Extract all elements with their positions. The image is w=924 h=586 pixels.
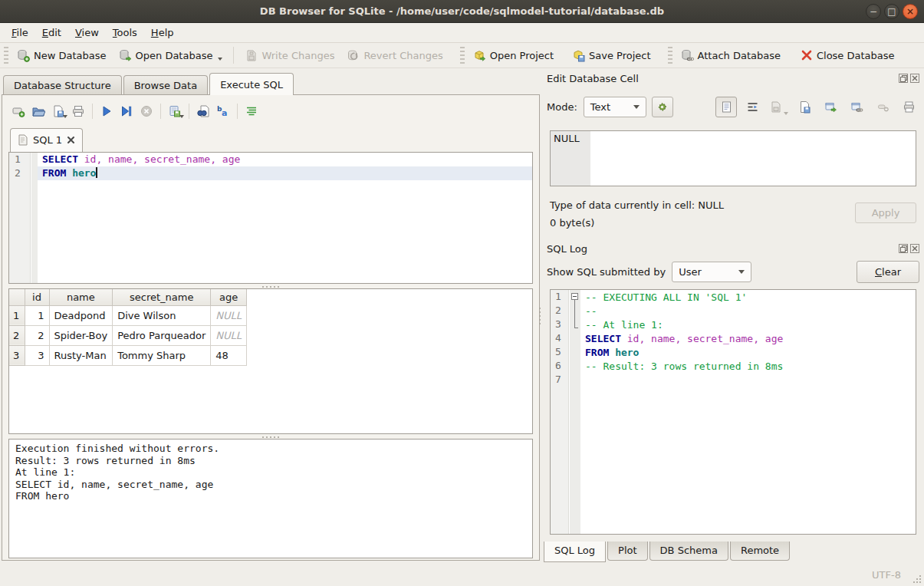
copy-link-button[interactable]	[846, 97, 867, 117]
auto-format-button[interactable]: ba	[213, 101, 233, 121]
close-database-label: Close Database	[817, 50, 895, 61]
toolbar-grip[interactable]	[668, 47, 672, 64]
find-replace-button[interactable]	[193, 101, 213, 121]
sql-editor[interactable]: 1 2 SELECT id, name, secret_name, age FR…	[8, 152, 533, 284]
close-tab-icon[interactable]	[67, 136, 75, 144]
print-sql-button[interactable]	[68, 101, 88, 121]
encoding-indicator[interactable]: UTF-8	[872, 569, 901, 581]
export-data-icon	[798, 100, 811, 114]
results-grid[interactable]: id name secret_name age 1 1 Deadpond Div…	[8, 288, 533, 434]
sql-log-view[interactable]: 1 2 3 4 5 6 7 -- EXECUTING ALL IN 'SQL 1…	[550, 289, 916, 535]
new-tab-button[interactable]	[8, 101, 28, 121]
log-line: SELECT id, name, secret_name, age	[580, 332, 916, 346]
cell-secret-name[interactable]: Dive Wilson	[113, 305, 211, 325]
open-project-button[interactable]: Open Project	[467, 45, 560, 66]
attach-database-label: Attach Database	[698, 50, 781, 61]
filter-label: Show SQL submitted by	[547, 266, 666, 278]
tab-database-structure[interactable]: Database Structure	[3, 75, 122, 95]
close-dock-button[interactable]	[910, 74, 919, 83]
close-database-button[interactable]: Close Database	[794, 45, 901, 65]
column-header-age[interactable]: age	[211, 289, 247, 305]
tab-plot[interactable]: Plot	[607, 542, 648, 561]
toolbar-grip[interactable]	[460, 47, 465, 64]
print-icon	[903, 100, 916, 114]
menu-help[interactable]: Help	[144, 25, 181, 41]
cell-id[interactable]: 2	[25, 325, 49, 345]
toggle-comment-icon	[245, 104, 258, 118]
attach-database-button[interactable]: Attach Database	[675, 45, 787, 66]
new-database-icon	[17, 49, 30, 62]
write-changes-icon	[245, 49, 258, 62]
minimize-button[interactable]: −	[866, 4, 881, 19]
submitted-by-value: User	[679, 266, 702, 278]
table-row: 2 2 Spider-Boy Pedro Parqueador NULL	[9, 325, 247, 345]
maximize-button[interactable]: □	[884, 4, 899, 19]
open-database-button[interactable]: Open Database	[113, 45, 229, 66]
text-mode-button[interactable]	[715, 97, 737, 117]
tab-execute-sql[interactable]: Execute SQL	[209, 73, 294, 95]
cell-value-editor[interactable]: NULL	[550, 130, 916, 186]
row-number-cell[interactable]: 1	[9, 305, 25, 325]
execute-all-button[interactable]	[97, 101, 117, 121]
corner-header-cell[interactable]	[9, 289, 25, 305]
tab-remote[interactable]: Remote	[730, 542, 790, 561]
open-project-label: Open Project	[490, 50, 554, 61]
edit-cell-title: Edit Database Cell	[547, 73, 899, 84]
word-wrap-button[interactable]	[742, 97, 763, 117]
row-number-cell[interactable]: 2	[9, 325, 25, 345]
close-dock-button[interactable]	[910, 244, 919, 253]
auto-format-icon: ba	[216, 104, 230, 118]
cell-name[interactable]: Deadpond	[49, 305, 113, 325]
new-database-button[interactable]: New Database	[11, 45, 113, 66]
cell-id[interactable]: 3	[25, 345, 49, 365]
editor-code-area[interactable]: SELECT id, name, secret_name, age FROM h…	[38, 153, 532, 283]
float-dock-button[interactable]	[899, 74, 908, 83]
execute-current-line-button[interactable]	[117, 101, 136, 121]
save-project-button[interactable]: Save Project	[566, 45, 657, 66]
float-dock-button[interactable]	[899, 244, 908, 253]
cell-id[interactable]: 1	[25, 305, 49, 325]
print-cell-button[interactable]	[898, 97, 919, 117]
cell-name[interactable]: Rusty-Man	[49, 345, 113, 365]
cell-age[interactable]: NULL	[211, 325, 247, 345]
tab-browse-data[interactable]: Browse Data	[123, 75, 209, 95]
tab-db-schema[interactable]: DB Schema	[649, 542, 728, 561]
right-pane: Edit Database Cell Mode: Text	[542, 67, 924, 564]
fold-marker-icon[interactable]	[571, 293, 578, 300]
cell-age[interactable]: 48	[211, 345, 247, 365]
close-button[interactable]: ×	[903, 4, 918, 19]
cell-secret-name[interactable]: Tommy Sharp	[113, 345, 211, 365]
resize-grip[interactable]	[912, 574, 922, 584]
log-code-area[interactable]: -- EXECUTING ALL IN 'SQL 1' -- -- At lin…	[580, 290, 916, 534]
auto-switch-mode-button[interactable]	[652, 97, 673, 117]
toolbar-grip[interactable]	[4, 47, 8, 64]
menu-view[interactable]: View	[68, 25, 106, 41]
cell-secret-name[interactable]: Pedro Parqueador	[113, 325, 211, 345]
cell-name[interactable]: Spider-Boy	[49, 325, 113, 345]
save-results-button[interactable]	[165, 101, 185, 121]
export-data-button[interactable]	[794, 97, 815, 117]
menu-tools[interactable]: Tools	[106, 25, 144, 41]
menu-edit[interactable]: Edit	[35, 25, 68, 41]
column-header-secret-name[interactable]: secret_name	[113, 289, 211, 305]
save-sql-file-button[interactable]	[48, 101, 68, 121]
open-external-button[interactable]	[820, 97, 841, 117]
open-external-icon	[824, 100, 837, 114]
menu-file[interactable]: File	[5, 25, 35, 41]
clear-log-button[interactable]: Clear	[857, 261, 919, 283]
mode-select[interactable]: Text	[584, 97, 646, 117]
row-number-cell[interactable]: 3	[9, 345, 25, 365]
execution-message-area[interactable]: Execution finished without errors. Resul…	[8, 439, 533, 558]
toggle-comment-button[interactable]	[242, 101, 261, 121]
title-bar[interactable]: DB Browser for SQLite - /home/user/code/…	[0, 0, 924, 23]
column-header-name[interactable]: name	[49, 289, 113, 305]
save-sql-dropdown-icon	[63, 115, 67, 118]
submitted-by-select[interactable]: User	[672, 262, 751, 282]
sql-document-tab-bar: SQL 1	[10, 128, 83, 152]
cell-age[interactable]: NULL	[211, 305, 247, 325]
stop-icon	[140, 104, 153, 118]
sql-document-tab[interactable]: SQL 1	[10, 128, 83, 152]
open-sql-file-button[interactable]	[28, 101, 48, 121]
column-header-id[interactable]: id	[25, 289, 49, 305]
tab-sql-log[interactable]: SQL Log	[544, 542, 606, 562]
